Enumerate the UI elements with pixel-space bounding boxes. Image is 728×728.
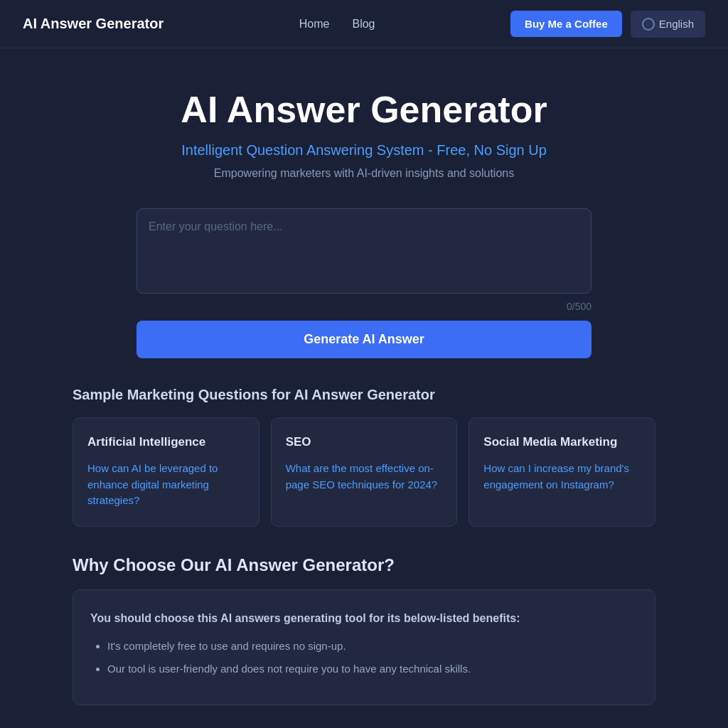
char-count: 0/500 xyxy=(136,301,592,312)
generate-button[interactable]: Generate AI Answer xyxy=(136,321,592,358)
hero-title: AI Answer Generator xyxy=(14,88,714,131)
globe-icon xyxy=(642,18,655,31)
nav-blog[interactable]: Blog xyxy=(352,18,375,31)
card-social: Social Media Marketing How can I increas… xyxy=(469,417,655,527)
question-input[interactable] xyxy=(136,208,592,294)
sample-section: Sample Marketing Questions for AI Answer… xyxy=(58,387,670,527)
card-ai-title: Artificial Intelligence xyxy=(87,435,245,449)
why-box: You should choose this AI answers genera… xyxy=(73,589,655,705)
hero-subtitle: Intelligent Question Answering System - … xyxy=(14,142,714,159)
why-section: Why Choose Our AI Answer Generator? You … xyxy=(58,555,670,729)
why-benefit-1: Our tool is user-friendly and does not r… xyxy=(107,661,638,678)
brand-title: AI Answer Generator xyxy=(23,16,164,32)
input-section: 0/500 Generate AI Answer xyxy=(122,208,606,358)
language-label: English xyxy=(659,18,694,30)
card-seo: SEO What are the most effective on-page … xyxy=(271,417,458,527)
card-ai: Artificial Intelligence How can AI be le… xyxy=(73,417,259,527)
card-seo-title: SEO xyxy=(286,435,443,449)
sample-heading: Sample Marketing Questions for AI Answer… xyxy=(73,387,655,403)
buy-coffee-button[interactable]: Buy Me a Coffee xyxy=(510,11,622,37)
cards-row: Artificial Intelligence How can AI be le… xyxy=(73,417,655,527)
nav-home[interactable]: Home xyxy=(299,18,330,31)
language-selector[interactable]: English xyxy=(631,11,705,38)
hero-description: Empowering marketers with AI-driven insi… xyxy=(14,167,714,180)
why-benefits-list: It's completely free to use and requires… xyxy=(90,638,638,678)
nav-links: Home Blog xyxy=(299,18,375,31)
card-ai-question[interactable]: How can AI be leveraged to enhance digit… xyxy=(87,461,245,509)
navbar-right: Buy Me a Coffee English xyxy=(510,11,705,38)
why-benefit-0: It's completely free to use and requires… xyxy=(107,638,638,655)
card-seo-question[interactable]: What are the most effective on-page SEO … xyxy=(286,461,443,493)
navbar: AI Answer Generator Home Blog Buy Me a C… xyxy=(0,0,728,48)
why-heading: Why Choose Our AI Answer Generator? xyxy=(73,555,655,575)
hero-section: AI Answer Generator Intelligent Question… xyxy=(0,48,728,208)
why-intro: You should choose this AI answers genera… xyxy=(90,610,638,627)
card-social-title: Social Media Marketing xyxy=(483,435,641,449)
card-social-question[interactable]: How can I increase my brand's engagement… xyxy=(483,461,641,493)
